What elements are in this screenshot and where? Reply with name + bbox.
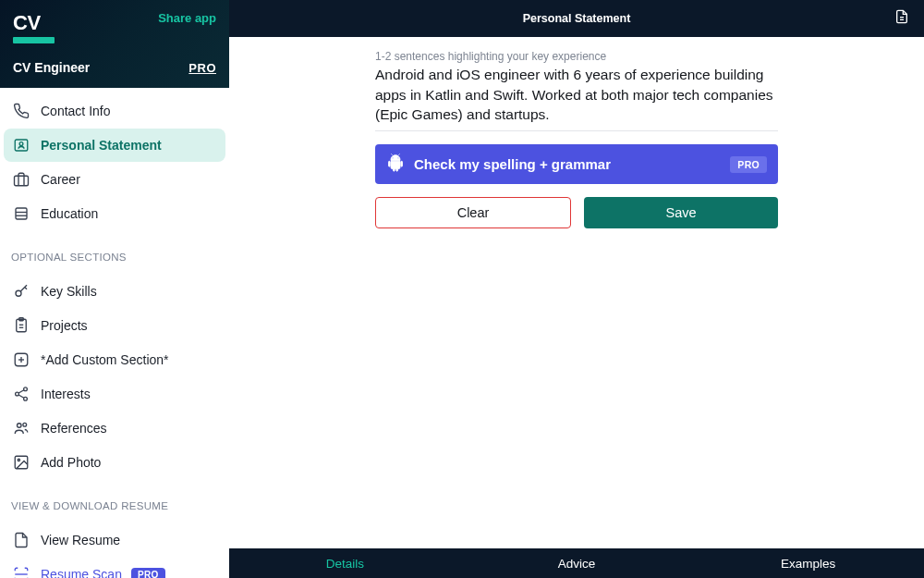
pro-link[interactable]: PRO: [188, 61, 216, 75]
nav-label: Projects: [41, 318, 88, 333]
clipboard-icon: [13, 317, 30, 334]
sidebar-item-interests[interactable]: Interests: [4, 377, 225, 411]
personal-statement-input[interactable]: Android and iOS engineer with 6 years of…: [375, 65, 778, 131]
view-download-header: VIEW & DOWNLOAD RESUME: [0, 486, 229, 517]
action-buttons: Clear Save: [375, 197, 778, 228]
nav-label: Interests: [41, 387, 91, 401]
sidebar-item-career[interactable]: Career: [4, 163, 225, 196]
tab-advice[interactable]: Advice: [461, 548, 693, 578]
page-title: Personal Statement: [523, 12, 631, 25]
image-icon: [13, 454, 30, 471]
sidebar-item-contact-info[interactable]: Contact Info: [4, 94, 225, 128]
top-bar: Personal Statement: [229, 0, 924, 37]
nav-view-sections: View Resume Resume Scan PRO Download Res…: [0, 517, 229, 578]
svg-point-6: [16, 290, 21, 296]
check-spelling-button[interactable]: Check my spelling + grammar PRO: [375, 144, 778, 184]
svg-point-16: [24, 397, 28, 400]
tab-examples[interactable]: Examples: [692, 548, 924, 578]
nav-label: Personal Statement: [41, 138, 162, 153]
android-icon: [386, 154, 405, 175]
svg-point-19: [18, 424, 22, 428]
plus-square-icon: [13, 351, 30, 368]
nav-main-sections: Contact Info Personal Statement Career E…: [0, 88, 229, 237]
bottom-tabs: Details Advice Examples: [229, 548, 924, 578]
svg-rect-2: [15, 176, 29, 186]
nav-label: References: [41, 421, 107, 436]
save-button[interactable]: Save: [584, 197, 778, 228]
clear-button[interactable]: Clear: [375, 197, 571, 228]
pro-badge: PRO: [131, 568, 165, 579]
scan-icon: [13, 566, 30, 578]
nav-label: Education: [41, 206, 98, 221]
document-icon[interactable]: [894, 9, 909, 28]
sidebar-item-key-skills[interactable]: Key Skills: [4, 275, 225, 308]
nav-label: Contact Info: [41, 104, 111, 118]
nav-label: Key Skills: [41, 284, 97, 299]
svg-point-14: [24, 387, 28, 391]
share-nodes-icon: [13, 386, 30, 402]
svg-rect-3: [16, 208, 27, 219]
svg-line-17: [18, 390, 24, 393]
sidebar-item-add-custom[interactable]: *Add Custom Section*: [4, 343, 225, 376]
nav-label: Add Photo: [41, 455, 101, 470]
sidebar: CV Share app CV Engineer PRO Contact Inf…: [0, 0, 229, 578]
svg-line-18: [18, 395, 24, 398]
sidebar-item-education[interactable]: Education: [4, 197, 225, 230]
sidebar-item-view-resume[interactable]: View Resume: [4, 523, 225, 557]
layers-icon: [13, 205, 30, 222]
people-icon: [13, 420, 30, 437]
content-area: 1-2 sentences highlighting your key expe…: [229, 37, 924, 548]
svg-point-22: [18, 459, 19, 461]
sidebar-header: CV Share app CV Engineer PRO: [0, 0, 229, 88]
sidebar-item-projects[interactable]: Projects: [4, 309, 225, 342]
nav-label: Career: [41, 172, 80, 187]
main-area: Personal Statement 1-2 sentences highlig…: [229, 0, 924, 578]
svg-point-15: [16, 392, 19, 396]
sidebar-item-resume-scan[interactable]: Resume Scan PRO: [4, 558, 225, 578]
logo: CV: [13, 11, 55, 43]
file-icon: [13, 532, 30, 548]
pro-badge: PRO: [730, 156, 767, 173]
sidebar-item-add-photo[interactable]: Add Photo: [4, 446, 225, 479]
optional-sections-header: OPTIONAL SECTIONS: [0, 237, 229, 268]
person-card-icon: [13, 137, 30, 154]
sidebar-item-personal-statement[interactable]: Personal Statement: [4, 129, 225, 162]
app-name: CV Engineer: [13, 60, 90, 75]
key-icon: [13, 283, 30, 300]
tab-details[interactable]: Details: [229, 548, 461, 578]
share-app-link[interactable]: Share app: [158, 11, 216, 25]
phone-icon: [13, 103, 30, 119]
check-button-label: Check my spelling + grammar: [414, 156, 611, 172]
sidebar-item-references[interactable]: References: [4, 412, 225, 445]
briefcase-icon: [13, 171, 30, 188]
input-hint: 1-2 sentences highlighting your key expe…: [375, 50, 778, 63]
svg-point-1: [19, 142, 23, 146]
nav-label: Resume Scan: [41, 567, 122, 578]
logo-underline: [13, 37, 55, 43]
svg-point-20: [23, 423, 27, 426]
nav-label: *Add Custom Section*: [41, 352, 169, 367]
nav-label: View Resume: [41, 533, 120, 547]
nav-optional-sections: Key Skills Projects *Add Custom Section*…: [0, 268, 229, 486]
